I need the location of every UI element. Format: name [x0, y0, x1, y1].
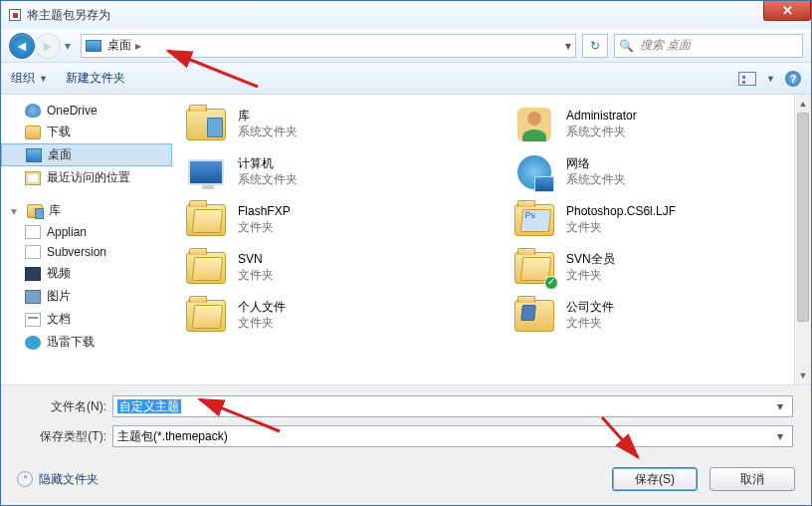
pic-icon	[25, 290, 41, 304]
doc-icon	[25, 313, 41, 327]
item-subtitle: 系统文件夹	[566, 125, 637, 140]
item-subtitle: 系统文件夹	[238, 172, 298, 188]
history-dropdown[interactable]: ▾	[61, 39, 75, 53]
search-placeholder: 搜索 桌面	[640, 37, 691, 54]
file-item[interactable]: 个人文件 文件夹	[182, 294, 481, 338]
save-as-dialog: 将主题包另存为 ✕ ◄ ► ▾ 桌面 ▸ ▾ ↻ 🔍 搜索 桌面 组织 ▼ 新建…	[0, 0, 812, 506]
item-icon	[512, 296, 556, 336]
file-item[interactable]: 网络 系统文件夹	[510, 150, 809, 194]
tree-node[interactable]: Applian	[1, 222, 172, 242]
hide-folders-toggle[interactable]: ˄ 隐藏文件夹	[17, 471, 99, 488]
item-title: 公司文件	[566, 300, 614, 316]
address-dropdown-icon[interactable]: ▾	[565, 39, 571, 53]
tree-node[interactable]: Subversion	[1, 242, 172, 262]
app-icon	[9, 9, 21, 21]
organize-button[interactable]: 组织 ▼	[11, 70, 48, 87]
address-bar[interactable]: 桌面 ▸ ▾	[81, 34, 576, 58]
back-button[interactable]: ◄	[9, 33, 35, 59]
file-item[interactable]: 公司文件 文件夹	[510, 294, 809, 338]
cancel-button[interactable]: 取消	[710, 467, 795, 491]
item-icon	[512, 105, 556, 144]
scroll-thumb[interactable]	[797, 113, 809, 322]
item-title: 个人文件	[238, 300, 286, 316]
item-title: 计算机	[238, 156, 298, 172]
desk-icon	[26, 148, 42, 162]
item-title: SVN	[238, 252, 274, 268]
file-list[interactable]: 库 系统文件夹 Administrator 系统文件夹 计算机 系统文件夹 网络…	[172, 95, 811, 384]
item-title: Photoshop.CS6l.LJF	[566, 204, 676, 220]
file-item[interactable]: Photoshop.CS6l.LJF 文件夹	[510, 198, 809, 242]
library-icon	[27, 204, 43, 218]
toolbar: 组织 ▼ 新建文件夹 ▼ ?	[1, 63, 811, 95]
scroll-down-icon[interactable]: ▼	[795, 367, 811, 384]
file-item[interactable]: 计算机 系统文件夹	[182, 150, 481, 194]
footer: ˄ 隐藏文件夹 保存(S) 取消	[1, 459, 811, 505]
breadcrumb[interactable]: 桌面 ▸	[107, 37, 559, 54]
item-subtitle: 文件夹	[238, 220, 291, 236]
file-item[interactable]: SVN 文件夹	[182, 246, 481, 290]
tree-node[interactable]: 图片	[1, 285, 172, 308]
item-title: Administrator	[566, 109, 637, 125]
chevron-down-icon[interactable]: ▾	[772, 429, 788, 443]
vid-icon	[25, 267, 41, 281]
breadcrumb-item[interactable]: 桌面	[107, 37, 131, 54]
tree-node[interactable]: 文档	[1, 308, 172, 331]
thu-icon	[25, 336, 41, 350]
nav-row: ◄ ► ▾ 桌面 ▸ ▾ ↻ 🔍 搜索 桌面	[1, 29, 811, 63]
nav-tree[interactable]: OneDrive下载桌面最近访问的位置 ▾ 库 ApplianSubversio…	[1, 95, 172, 384]
chevron-up-icon: ˄	[17, 471, 33, 487]
refresh-button[interactable]: ↻	[582, 34, 608, 58]
close-button[interactable]: ✕	[763, 1, 811, 21]
expand-icon[interactable]: ▾	[11, 204, 21, 218]
filename-input[interactable]: 自定义主题 ▾	[112, 395, 793, 417]
titlebar: 将主题包另存为 ✕	[1, 1, 811, 29]
window-title: 将主题包另存为	[27, 7, 110, 24]
item-title: 网络	[566, 156, 626, 172]
item-subtitle: 文件夹	[238, 268, 274, 284]
file-item[interactable]: Administrator 系统文件夹	[510, 103, 809, 146]
file-item[interactable]: 库 系统文件夹	[182, 103, 481, 146]
tree-group-libraries: ▾ 库 ApplianSubversion视频图片文档迅雷下载	[1, 199, 172, 354]
item-icon	[184, 152, 228, 192]
item-icon	[184, 200, 228, 240]
item-icon	[184, 296, 228, 336]
item-subtitle: 文件夹	[566, 316, 614, 332]
body: OneDrive下载桌面最近访问的位置 ▾ 库 ApplianSubversio…	[1, 95, 811, 385]
save-button[interactable]: 保存(S)	[612, 467, 698, 491]
new-folder-button[interactable]: 新建文件夹	[66, 70, 125, 87]
tree-node[interactable]: 下载	[1, 121, 172, 143]
tree-node[interactable]: 最近访问的位置	[1, 166, 172, 189]
app-icon	[25, 245, 41, 259]
tree-node[interactable]: 迅雷下载	[1, 331, 172, 354]
location-icon	[86, 40, 102, 52]
scrollbar[interactable]: ▲ ▼	[794, 95, 811, 384]
field-area: 文件名(N): 自定义主题 ▾ 保存类型(T): 主题包(*.themepack…	[1, 385, 811, 459]
item-subtitle: 文件夹	[566, 220, 676, 236]
file-item[interactable]: FlashFXP 文件夹	[182, 198, 481, 242]
breadcrumb-sep-icon[interactable]: ▸	[135, 39, 141, 53]
item-title: FlashFXP	[238, 204, 291, 220]
nav-buttons: ◄ ► ▾	[9, 33, 75, 59]
help-button[interactable]: ?	[785, 71, 801, 87]
view-options-button[interactable]	[738, 72, 756, 86]
tree-node[interactable]: 桌面	[1, 143, 172, 166]
item-icon	[184, 248, 228, 288]
filetype-select[interactable]: 主题包(*.themepack) ▾	[112, 425, 793, 447]
tree-lib-head[interactable]: ▾ 库	[1, 199, 172, 222]
forward-button[interactable]: ►	[35, 33, 61, 59]
tree-group-favorites: OneDrive下载桌面最近访问的位置	[1, 101, 172, 189]
item-subtitle: 文件夹	[566, 268, 615, 284]
file-item[interactable]: SVN全员 文件夹	[510, 246, 809, 290]
rec-icon	[25, 171, 41, 185]
chevron-down-icon[interactable]: ▾	[772, 399, 788, 413]
search-input[interactable]: 🔍 搜索 桌面	[614, 34, 803, 58]
item-subtitle: 系统文件夹	[238, 125, 298, 140]
tree-node[interactable]: 视频	[1, 262, 172, 285]
cloud-icon	[25, 104, 41, 118]
item-icon	[512, 248, 556, 288]
item-icon	[512, 152, 556, 192]
tree-node[interactable]: OneDrive	[1, 101, 172, 121]
search-icon: 🔍	[619, 39, 634, 53]
chevron-down-icon[interactable]: ▼	[766, 74, 775, 84]
scroll-up-icon[interactable]: ▲	[795, 95, 811, 113]
